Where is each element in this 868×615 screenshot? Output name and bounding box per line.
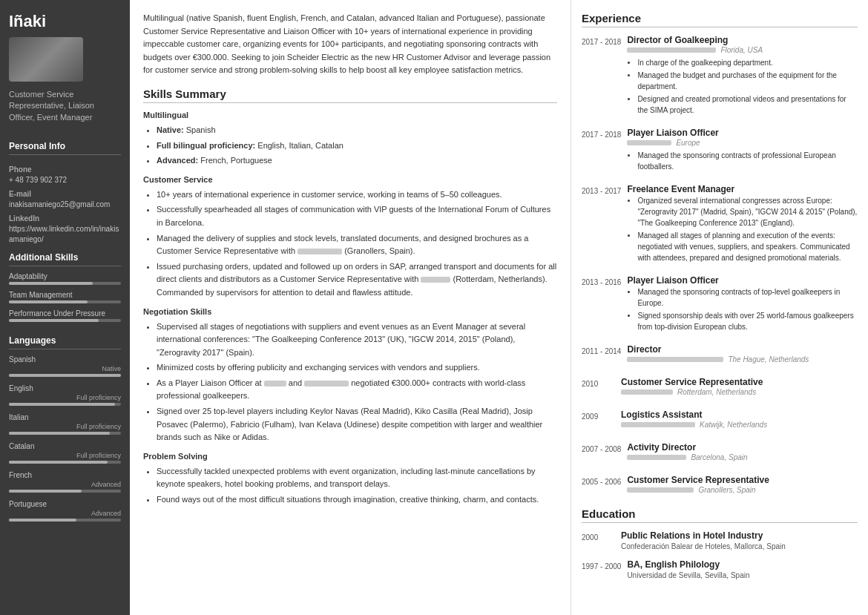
exp-location: Rotterdam, Netherlands: [677, 388, 756, 396]
exp-year: 2010: [582, 377, 615, 399]
language-level: Full proficiency: [9, 394, 121, 401]
multilingual-list: Native: SpanishFull bilingual proficienc…: [143, 124, 557, 168]
language-level: Full proficiency: [9, 423, 121, 430]
language-name: Catalan: [9, 442, 121, 450]
list-item: As a Player Liaison Officer at and negot…: [157, 377, 557, 403]
skill-bar-bg: [9, 282, 121, 285]
education-item: 2000 Public Relations in Hotel Industry …: [582, 530, 858, 550]
language-bar-bg: [9, 461, 121, 464]
language-item: Italian Full proficiency: [9, 413, 121, 435]
language-name: French: [9, 471, 121, 479]
company-redacted: [627, 357, 723, 362]
language-item: Portuguese Advanced: [9, 500, 121, 522]
list-item: Successfully tackled unexpected problems…: [157, 465, 557, 491]
exp-location: Florida, USA: [720, 46, 763, 54]
list-item: Organized several international congress…: [637, 195, 858, 228]
edu-degree: BA, English Philology: [627, 559, 858, 570]
experience-item: 2009 Logistics Assistant Katwijk, Nether…: [582, 410, 858, 432]
multilingual-title: Multilingual: [143, 111, 557, 119]
edu-school: Universidad de Sevilla, Sevilla, Spain: [627, 571, 858, 579]
experience-item: 2010 Customer Service Representative Rot…: [582, 377, 858, 399]
phone-value: + 48 739 902 372: [9, 175, 121, 185]
skills-summary-title: Skills Summary: [143, 88, 557, 103]
language-bar-bg: [9, 519, 121, 522]
education-item: 1997 - 2000 BA, English Philology Univer…: [582, 559, 858, 579]
skill-name: Adaptability: [9, 272, 121, 280]
language-bar-bg: [9, 374, 121, 377]
exp-job-title: Customer Service Representative: [627, 475, 858, 485]
list-item: Issued purchasing orders, updated and fo…: [157, 260, 557, 300]
experience-title: Experience: [582, 12, 858, 27]
exp-body: Player Liaison Officer Managed the spons…: [627, 275, 858, 334]
skill-item: Adaptability: [9, 272, 121, 285]
language-bar-fill: [9, 403, 115, 406]
candidate-title: Customer Service Representative, Liaison…: [9, 89, 121, 123]
experience-item: 2007 - 2008 Activity Director Barcelona,…: [582, 442, 858, 464]
company-line: Florida, USA: [627, 46, 858, 54]
summary-text: Multilingual (native Spanish, fluent Eng…: [143, 12, 557, 77]
exp-job-title: Freelance Event Manager: [627, 184, 858, 194]
experience-item: 2017 - 2018 Player Liaison Officer Europ…: [582, 128, 858, 174]
skill-bar-fill: [9, 300, 88, 303]
exp-body: Player Liaison Officer Europe Managed th…: [627, 128, 858, 174]
experience-item: 2005 - 2006 Customer Service Representat…: [582, 475, 858, 497]
skill-item: Performance Under Pressure: [9, 309, 121, 322]
language-bar-fill: [9, 432, 110, 435]
language-name: Portuguese: [9, 500, 121, 508]
linkedin-label: LinkedIn: [9, 214, 121, 223]
language-bar-bg: [9, 432, 121, 435]
exp-body: Customer Service Representative Granolle…: [627, 475, 858, 497]
exp-year: 2005 - 2006: [582, 475, 621, 497]
list-item: Advanced: French, Portuguese: [157, 154, 557, 168]
main-content: Multilingual (native Spanish, fluent Eng…: [130, 0, 571, 615]
exp-year: 2013 - 2017: [582, 184, 621, 265]
skill-bar-fill: [9, 319, 99, 322]
language-name: Italian: [9, 413, 121, 421]
list-item: Managed the sponsoring contracts of top-…: [637, 286, 858, 309]
right-column: Experience 2017 - 2018 Director of Goalk…: [571, 0, 868, 615]
skill-name: Team Management: [9, 291, 121, 299]
exp-location: Europe: [676, 139, 700, 147]
skill-bar-bg: [9, 300, 121, 303]
additional-skills-header: Additional Skills: [9, 252, 121, 266]
company-redacted: [627, 455, 686, 460]
exp-job-title: Customer Service Representative: [621, 377, 858, 387]
edu-degree: Public Relations in Hotel Industry: [621, 530, 858, 541]
exp-job-title: Player Liaison Officer: [627, 128, 858, 138]
candidate-name: Iñaki: [9, 12, 121, 31]
language-bar-bg: [9, 403, 121, 406]
language-bar-fill: [9, 490, 82, 493]
experience-item: 2013 - 2017 Freelance Event Manager Orga…: [582, 184, 858, 265]
list-item: Successfully spearheaded all stages of c…: [157, 203, 557, 229]
company-line: Granollers, Spain: [627, 486, 858, 494]
exp-job-title: Director of Goalkeeping: [627, 35, 858, 45]
exp-job-title: Activity Director: [627, 442, 858, 453]
exp-year: 2017 - 2018: [582, 128, 621, 174]
language-item: English Full proficiency: [9, 384, 121, 406]
exp-location: Katwijk, Netherlands: [700, 421, 767, 429]
linkedin-value: https://www.linkedin.com/in/inakisamanie…: [9, 224, 121, 245]
company-redacted: [621, 422, 695, 427]
edu-year: 1997 - 2000: [582, 559, 621, 579]
list-item: Found ways out of the most difficult sit…: [157, 493, 557, 507]
company-line: Katwijk, Netherlands: [621, 421, 858, 429]
exp-body: Customer Service Representative Rotterda…: [621, 377, 858, 399]
negotiation-title: Negotiation Skills: [143, 307, 557, 316]
problem-solving-title: Problem Solving: [143, 452, 557, 461]
customer-service-list: 10+ years of international experience in…: [143, 188, 557, 300]
exp-bullets: Managed the sponsoring contracts of prof…: [627, 150, 858, 172]
language-bar-fill: [9, 519, 76, 522]
experience-item: 2017 - 2018 Director of Goalkeeping Flor…: [582, 35, 858, 117]
email-value: inakisamaniego25@gmail.com: [9, 200, 121, 210]
exp-job-title: Director: [627, 344, 858, 355]
company-redacted: [627, 47, 716, 53]
company-redacted: [627, 140, 671, 145]
exp-body: Activity Director Barcelona, Spain: [627, 442, 858, 464]
skill-item: Team Management: [9, 291, 121, 303]
exp-bullets: Organized several international congress…: [627, 195, 858, 263]
avatar: [9, 37, 83, 82]
exp-location: Granollers, Spain: [698, 486, 755, 494]
list-item: Designed and created promotional videos …: [637, 93, 858, 116]
experience-item: 2011 - 2014 Director The Hague, Netherla…: [582, 344, 858, 366]
list-item: 10+ years of international experience in…: [157, 188, 557, 202]
